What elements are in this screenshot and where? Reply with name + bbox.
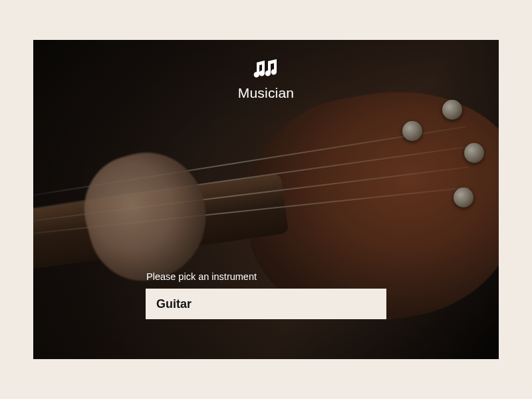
instrument-picker: Please pick an instrument Guitar <box>33 271 499 319</box>
instrument-select[interactable]: Guitar <box>146 289 386 319</box>
hero-card: Musician Please pick an instrument Guita… <box>33 40 499 359</box>
app-title: Musician <box>238 85 294 101</box>
app-logo: Musician <box>238 59 294 101</box>
instrument-select-value: Guitar <box>156 297 192 311</box>
content-layer: Musician Please pick an instrument Guita… <box>33 40 499 359</box>
instrument-picker-label: Please pick an instrument <box>146 271 257 282</box>
music-notes-icon <box>250 59 282 81</box>
